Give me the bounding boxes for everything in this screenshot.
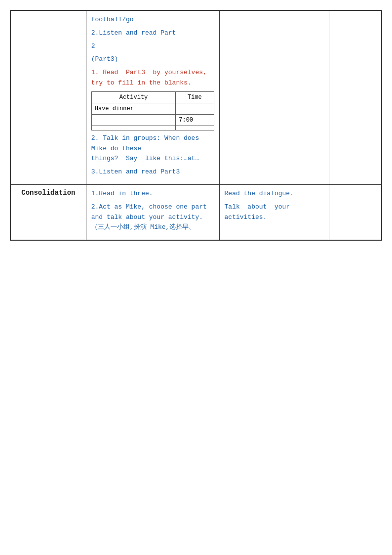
right2-cell-1 — [329, 11, 382, 185]
page-container: football/go 2.Listen and read Part 2 (Pa… — [10, 10, 382, 241]
line-act-as-mike: 2.Act as Mike, choose one part and talk … — [91, 202, 214, 233]
table-row-consolidation: Consolidation 1.Read in three. 2.Act as … — [11, 184, 382, 240]
content-cell-consolidation: 1.Read in three. 2.Act as Mike, choose o… — [86, 184, 219, 240]
line-part3-header: (Part3) — [91, 54, 214, 65]
inner-cell-activity-1: Have dinner — [91, 103, 175, 114]
line-read-in-three: 1.Read in three. — [91, 189, 214, 199]
content-cell-1: football/go 2.Listen and read Part 2 (Pa… — [86, 11, 219, 185]
line-talk-groups: 2. Talk in groups: When does Mike do the… — [91, 133, 214, 164]
line-listen-read-part3: 3.Listen and read Part3 — [91, 167, 214, 177]
main-table: football/go 2.Listen and read Part 2 (Pa… — [10, 10, 382, 240]
inner-header-activity: Activity — [91, 91, 175, 103]
right2-cell-consolidation — [329, 184, 382, 240]
inner-row-2: 7:00 — [91, 114, 214, 126]
inner-header-time: Time — [176, 91, 214, 103]
line-2: 2 — [91, 42, 214, 52]
line-read-dialogue: Read the dialogue. — [225, 189, 324, 199]
right1-cell-consolidation: Read the dialogue. Talk about your activ… — [219, 184, 329, 240]
inner-cell-time-2: 7:00 — [176, 114, 214, 126]
line-listen2: 2.Listen and read Part — [91, 28, 214, 39]
activity-table: Activity Time Have dinner 7:00 — [91, 91, 214, 130]
label-cell-1 — [11, 11, 86, 185]
inner-cell-time-3 — [176, 126, 214, 130]
line-talk-activities: Talk about your activities. — [225, 202, 324, 223]
inner-row-3 — [91, 126, 214, 130]
line-read-part3: 1. Read Part3 by yourselves, try to fill… — [91, 68, 214, 88]
inner-cell-activity-3 — [91, 126, 175, 130]
inner-row-1: Have dinner — [91, 103, 214, 114]
table-row: football/go 2.Listen and read Part 2 (Pa… — [11, 11, 382, 185]
right1-cell-1 — [219, 11, 329, 185]
inner-cell-activity-2 — [91, 114, 175, 126]
inner-cell-time-1 — [176, 103, 214, 114]
label-cell-consolidation: Consolidation — [11, 184, 86, 240]
line-football: football/go — [91, 15, 214, 25]
